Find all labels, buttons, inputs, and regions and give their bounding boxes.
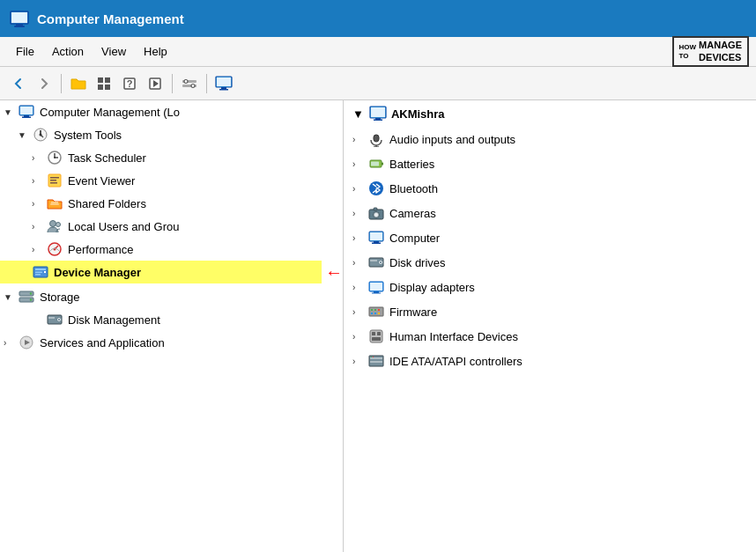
svg-rect-5 (105, 77, 110, 83)
svg-rect-75 (372, 243, 381, 245)
right-item-ide[interactable]: › IDE ATA/ATAPI controllers (344, 349, 756, 373)
svg-rect-77 (370, 260, 377, 261)
logo-how: HOW (679, 43, 697, 52)
right-item-cameras[interactable]: › Cameras (344, 201, 756, 225)
play-button[interactable] (144, 72, 167, 95)
device-manager-label: Device Manager (54, 266, 141, 279)
title-bar: Computer Management (0, 0, 756, 37)
tree-disk-management[interactable]: › Disk Management (0, 308, 343, 331)
right-item-bluetooth[interactable]: › Bluetooth (344, 176, 756, 201)
svg-point-36 (50, 221, 56, 227)
toolbar-sep-2 (172, 74, 173, 93)
svg-rect-4 (98, 77, 103, 83)
folder-button[interactable] (67, 72, 90, 95)
tree-system-tools[interactable]: ▼ System Tools (0, 123, 343, 146)
right-pane: ▼ AKMishra › (344, 100, 756, 552)
settings-button[interactable] (178, 72, 201, 95)
right-item-computer[interactable]: › Computer (344, 225, 756, 250)
tree-task-scheduler[interactable]: › Task Scheduler (0, 146, 343, 169)
audio-chevron: › (352, 135, 365, 144)
audio-icon (367, 130, 385, 148)
services-chevron: › (4, 338, 16, 348)
back-button[interactable] (7, 72, 30, 95)
svg-rect-97 (370, 361, 382, 363)
right-item-audio[interactable]: › Audio inputs and outputs (344, 127, 756, 151)
svg-rect-43 (35, 272, 42, 274)
svg-rect-59 (374, 135, 379, 142)
bluetooth-chevron: › (352, 184, 365, 194)
svg-rect-42 (35, 269, 46, 270)
ide-label: IDE ATA/ATAPI controllers (389, 355, 523, 368)
display-adapters-icon (367, 278, 385, 296)
svg-point-48 (30, 292, 32, 294)
tree-event-viewer[interactable]: › Event Viewer (0, 169, 343, 192)
clock-icon (46, 149, 63, 166)
local-users-chevron: › (32, 222, 44, 232)
right-item-batteries[interactable]: › Batteries (344, 151, 756, 176)
task-scheduler-chevron: › (32, 153, 44, 163)
tree-root[interactable]: ▼ Computer Management (Lo (0, 100, 343, 123)
computer-chevron: › (352, 233, 365, 243)
svg-rect-3 (11, 12, 27, 23)
right-item-hid[interactable]: › Human Interface Devices (344, 324, 756, 349)
tree-storage[interactable]: ▼ Storage (0, 285, 343, 308)
menu-action[interactable]: Action (43, 41, 93, 62)
grid-button[interactable] (93, 72, 115, 95)
svg-rect-19 (219, 89, 228, 91)
svg-rect-21 (20, 107, 33, 114)
svg-rect-56 (371, 107, 385, 117)
right-header-chevron: ▼ (352, 107, 364, 121)
cameras-label: Cameras (389, 207, 436, 220)
right-pane-header: ▼ AKMishra (344, 100, 756, 127)
performance-chevron: › (32, 245, 44, 254)
computer-icon (18, 103, 35, 121)
tree-performance[interactable]: › Performance (0, 238, 343, 261)
svg-rect-96 (370, 357, 382, 359)
tree-device-manager[interactable]: › Device Manager (0, 261, 322, 283)
title-bar-icon (9, 8, 30, 29)
hid-chevron: › (352, 332, 365, 342)
right-header-label: AKMishra (391, 107, 445, 121)
hid-icon (367, 328, 385, 345)
right-item-disk-drives[interactable]: › Disk drives (344, 250, 756, 275)
device-manager-row[interactable]: › Device Manager ← (0, 261, 343, 283)
audio-label: Audio inputs and outputs (389, 133, 515, 146)
menu-view[interactable]: View (93, 41, 135, 62)
storage-label: Storage (40, 291, 80, 304)
storage-chevron: ▼ (4, 292, 16, 302)
svg-rect-92 (372, 332, 375, 335)
tree-services[interactable]: › Services and Application (0, 331, 343, 354)
svg-rect-44 (35, 274, 41, 276)
bluetooth-icon (367, 180, 385, 197)
tree-shared-folders[interactable]: › Shared Folders (0, 192, 343, 215)
local-users-icon (46, 217, 63, 235)
shared-folders-icon (46, 195, 63, 212)
forward-button[interactable] (33, 72, 56, 95)
firmware-label: Firmware (389, 305, 437, 319)
services-label: Services and Application (40, 336, 165, 350)
svg-rect-94 (372, 337, 381, 341)
root-label: Computer Management (Lo (40, 106, 180, 119)
svg-rect-58 (374, 120, 382, 121)
logo-badge: HOW TO MANAGE DEVICES (672, 36, 749, 66)
monitor-button[interactable] (212, 72, 235, 95)
svg-point-49 (30, 298, 32, 300)
menu-help[interactable]: Help (135, 41, 176, 62)
help-button[interactable]: ? (118, 72, 141, 95)
bluetooth-label: Bluetooth (389, 182, 438, 195)
right-item-firmware[interactable]: › Firmware (344, 299, 756, 324)
svg-rect-45 (44, 271, 46, 273)
toolbar-sep-3 (206, 74, 207, 93)
event-viewer-chevron: › (32, 176, 44, 186)
right-item-display-adapters[interactable]: › Display adapters (344, 275, 756, 299)
menu-file[interactable]: File (7, 41, 43, 62)
svg-point-37 (56, 223, 61, 227)
display-adapters-chevron: › (352, 283, 365, 292)
tree-local-users[interactable]: › Local Users and Grou (0, 215, 343, 238)
root-chevron: ▼ (4, 107, 16, 117)
svg-rect-84 (369, 307, 383, 316)
cameras-icon (367, 204, 385, 222)
svg-rect-99 (373, 357, 374, 357)
disk-mgmt-icon (46, 311, 63, 328)
svg-point-79 (380, 261, 382, 263)
